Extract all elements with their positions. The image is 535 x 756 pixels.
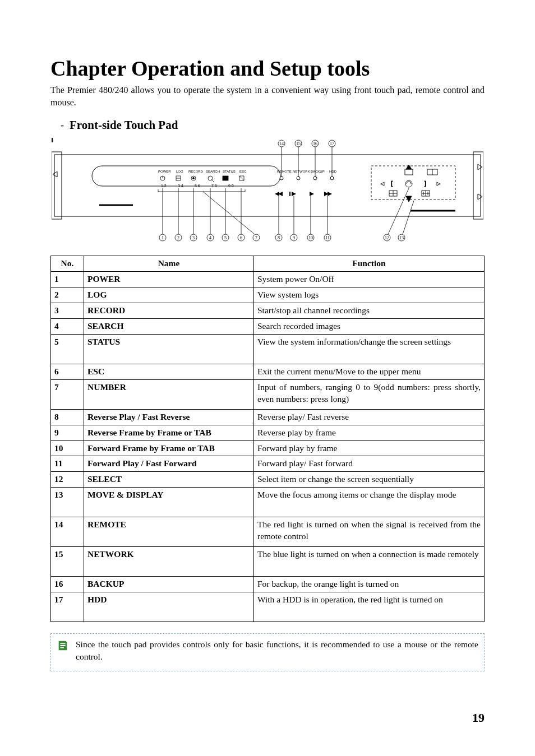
cell-no: 2	[51, 287, 84, 303]
cell-no: 5	[51, 334, 84, 364]
svg-rect-57	[405, 169, 413, 175]
table-row: 15NETWORKThe blue light is turned on whe…	[51, 547, 485, 577]
cell-name: LOG	[84, 287, 254, 303]
svg-text:16: 16	[313, 141, 317, 146]
cell-no: 13	[51, 488, 84, 517]
cell-no: 8	[51, 409, 84, 425]
svg-marker-69	[406, 196, 412, 202]
cell-func: View system logs	[254, 287, 485, 303]
svg-text:REMOTE: REMOTE	[277, 170, 292, 173]
svg-rect-12	[54, 155, 481, 216]
svg-rect-13	[52, 152, 62, 219]
cell-no: 15	[51, 547, 84, 577]
svg-rect-51	[289, 192, 290, 196]
callout-8: 8	[275, 196, 282, 241]
table-row: 6ESCExit the current menu/Move to the up…	[51, 364, 485, 379]
table-row: 5STATUSView the system information/chang…	[51, 334, 485, 364]
svg-text:LOG: LOG	[176, 170, 183, 173]
cell-name: Forward Play / Fast Forward	[84, 456, 254, 472]
svg-text:14: 14	[279, 141, 284, 146]
callout-11: 11	[324, 196, 331, 241]
col-no: No.	[51, 256, 84, 272]
svg-text:8: 8	[278, 235, 280, 240]
callout-6: 6	[238, 188, 245, 241]
col-func: Function	[254, 256, 485, 272]
table-row: 11Forward Play / Fast ForwardForward pla…	[51, 456, 485, 472]
cell-func: Reverse play by frame	[254, 425, 485, 440]
svg-point-29	[193, 178, 195, 179]
svg-text:7: 7	[255, 235, 257, 240]
callout-9: 9	[290, 196, 297, 241]
cell-func: Forward play by frame	[254, 440, 485, 456]
cell-name: BACKUP	[84, 577, 254, 592]
cell-no: 7	[51, 379, 84, 409]
table-row: 4SEARCHSearch recorded images	[51, 318, 485, 334]
subhead-dash: -	[61, 119, 64, 131]
table-row: 9Reverse Frame by Frame or TABReverse pl…	[51, 425, 485, 440]
svg-line-31	[211, 179, 214, 182]
cell-no: 12	[51, 472, 84, 488]
cell-func: Exit the current menu/Move to the upper …	[254, 364, 485, 379]
svg-text:]: ]	[425, 180, 426, 187]
svg-text:3: 3	[192, 235, 195, 240]
svg-line-93	[203, 192, 255, 234]
svg-text:5: 5	[224, 235, 227, 240]
callout-5: 5	[222, 188, 229, 241]
table-row: 16BACKUPFor backup, the orange light is …	[51, 577, 485, 592]
table-row: 14REMOTEThe red light is turned on when …	[51, 517, 485, 547]
cell-name: NUMBER	[84, 379, 254, 409]
svg-text:◄: ◄	[380, 180, 385, 187]
svg-text:10: 10	[308, 235, 313, 240]
cell-func: Input of numbers, ranging 0 to 9(odd num…	[254, 379, 485, 409]
table-row: 2LOGView system logs	[51, 287, 485, 303]
svg-text:15: 15	[296, 141, 301, 146]
front-panel-diagram: 14 15 16 17	[52, 138, 483, 250]
intro-paragraph: The Premier 480/240 allows you to operat…	[50, 84, 485, 108]
svg-marker-14	[53, 171, 57, 177]
cell-func: Search recorded images	[254, 318, 485, 334]
cell-name: REMOTE	[84, 517, 254, 547]
svg-text:HDD: HDD	[329, 170, 337, 173]
svg-text:7 8: 7 8	[211, 184, 217, 188]
cell-func: Forward play/ Fast forward	[254, 456, 485, 472]
svg-text:1: 1	[162, 235, 164, 240]
cell-no: 11	[51, 456, 84, 472]
cell-name: ESC	[84, 364, 254, 379]
svg-line-34	[239, 176, 244, 180]
cell-func: Start/stop all channel recordings	[254, 303, 485, 318]
callout-10: 10	[307, 196, 314, 241]
callout-1: 1	[159, 188, 166, 241]
svg-text:POWER: POWER	[158, 170, 171, 173]
callout-2: 2	[175, 188, 182, 241]
cell-name: Reverse Frame by Frame or TAB	[84, 425, 254, 440]
table-row: 13MOVE & DISPLAYMove the focus among ite…	[51, 488, 485, 517]
svg-text:11: 11	[325, 235, 330, 240]
svg-rect-52	[52, 138, 53, 142]
svg-marker-16	[478, 164, 482, 170]
cell-func: Select item or change the screen sequent…	[254, 472, 485, 488]
cell-func: System power On/Off	[254, 272, 485, 287]
cell-no: 17	[51, 592, 84, 622]
svg-marker-17	[478, 194, 482, 200]
callout-3: 3	[190, 188, 197, 241]
cell-func: The blue light is turned on when a conne…	[254, 547, 485, 577]
front-panel-table: No. Name Function 1POWERSystem power On/…	[50, 256, 485, 622]
cell-func: The red light is turned on when the sign…	[254, 517, 485, 547]
table-row: 12SELECTSelect item or change the screen…	[51, 472, 485, 488]
cell-func: Reverse play/ Fast reverse	[254, 409, 485, 425]
svg-text:1 2: 1 2	[161, 184, 167, 188]
cell-name: NETWORK	[84, 547, 254, 577]
svg-text:NETWORK: NETWORK	[293, 170, 310, 173]
table-row: 1POWERSystem power On/Off	[51, 272, 485, 287]
svg-line-108	[388, 188, 409, 234]
svg-text:ESC: ESC	[239, 170, 247, 173]
chapter-title: Chapter Operation and Setup tools	[50, 56, 485, 81]
subhead-front-touch-pad: Front-side Touch Pad	[70, 118, 178, 132]
table-row: 7NUMBERInput of numbers, ranging 0 to 9(…	[51, 379, 485, 409]
cell-func: Move the focus among items or change the…	[254, 488, 485, 517]
cell-name: Forward Frame by Frame or TAB	[84, 440, 254, 456]
cell-no: 1	[51, 272, 84, 287]
svg-text:12: 12	[385, 235, 389, 240]
svg-text:9 0: 9 0	[228, 184, 234, 188]
cell-name: HDD	[84, 592, 254, 622]
